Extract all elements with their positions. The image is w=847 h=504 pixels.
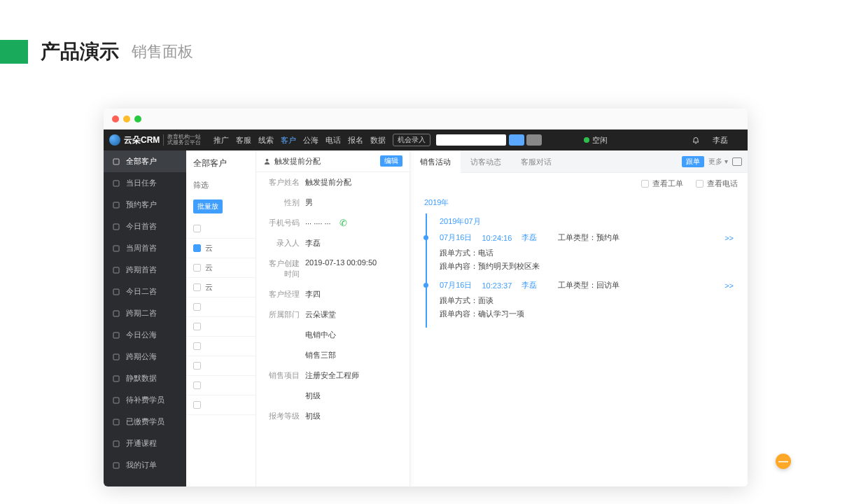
menubar: 云朵CRM 教育机构一站 式服务云平台 推广客服线索客户公海电话报名数据 机会录… [104, 130, 748, 150]
sidebar-item[interactable]: 静默数据 [104, 368, 186, 389]
minimize-dot[interactable] [123, 115, 130, 122]
row-checkbox[interactable] [193, 284, 201, 291]
sidebar-item[interactable]: 当周首咨 [104, 237, 186, 259]
row-checkbox[interactable] [193, 342, 201, 350]
detail-row: 客户创建时间2019-07-13 00:09:50 [256, 253, 410, 284]
sidebar-item[interactable]: 今日公海 [104, 324, 186, 346]
sidebar-label: 跨期首咨 [126, 265, 157, 275]
sidebar-item[interactable]: 预约客户 [104, 194, 186, 216]
sidebar-item[interactable]: 跨期二咨 [104, 302, 186, 324]
fab-minus-button[interactable]: — [776, 454, 791, 469]
filter-label[interactable]: 筛选 [186, 176, 255, 194]
detail-value: 李四 [305, 289, 402, 300]
phone-icon[interactable]: ✆ [340, 218, 347, 228]
person-icon [263, 158, 271, 165]
detail-value: 注册安全工程师 [305, 370, 402, 381]
detail-value: ··· ···· ···✆ [305, 218, 402, 228]
list-row[interactable] [186, 298, 255, 317]
edit-button[interactable]: 编辑 [380, 155, 402, 167]
menu-item[interactable]: 推广 [214, 135, 229, 146]
status-text[interactable]: 空闲 [592, 135, 608, 146]
sidebar-label: 今日公海 [126, 330, 157, 340]
row-checkbox[interactable] [193, 225, 201, 232]
list-row[interactable] [186, 317, 255, 337]
list-row[interactable]: 云 [186, 239, 255, 258]
sidebar-item[interactable]: 今日二咨 [104, 281, 186, 302]
bell-icon[interactable] [692, 136, 700, 144]
sidebar-item[interactable]: 我的订单 [104, 454, 186, 476]
customer-list: 全部客户 筛选 批量放 云云云 [186, 150, 256, 486]
svg-rect-13 [113, 441, 119, 447]
activity-tab[interactable]: 访客动态 [461, 150, 511, 173]
sidebar-item[interactable]: 今日首咨 [104, 216, 186, 237]
detail-row: 销售三部 [256, 345, 410, 365]
list-row[interactable] [186, 396, 255, 415]
sidebar-item[interactable]: 当日任务 [104, 172, 186, 194]
row-checkbox[interactable] [193, 382, 201, 389]
titlebar [104, 108, 748, 130]
sidebar-icon [112, 440, 120, 448]
entry-user: 李磊 [522, 280, 537, 290]
menu-item[interactable]: 报名 [348, 135, 363, 146]
list-row[interactable]: 云 [186, 258, 255, 278]
sidebar-icon [112, 353, 120, 361]
list-row[interactable] [186, 356, 255, 376]
list-row[interactable] [186, 376, 255, 396]
timeline-year: 2019年 [424, 195, 734, 214]
activity-panel: 销售活动访客动态客服对话 跟单 更多 ▾ 查看工单 查看电话 [410, 150, 748, 486]
menu-item[interactable]: 客服 [236, 135, 251, 146]
sidebar-item[interactable]: 跨期首咨 [104, 259, 186, 281]
track-button[interactable]: 跟单 [682, 156, 704, 167]
sidebar-item[interactable]: 开通课程 [104, 433, 186, 454]
detail-panel: 触发提前分配 编辑 客户姓名触发提前分配性别男手机号码··· ···· ···✆… [256, 150, 410, 486]
view-ticket-checkbox[interactable]: 查看工单 [641, 178, 683, 189]
maximize-dot[interactable] [134, 115, 141, 122]
expand-button[interactable]: >> [724, 281, 734, 290]
menu-item[interactable]: 线索 [258, 135, 274, 146]
call-accept-button[interactable] [509, 134, 524, 146]
row-checkbox[interactable] [193, 362, 201, 370]
status-dot [584, 137, 589, 143]
activity-tab[interactable]: 销售活动 [410, 150, 461, 173]
menu-item[interactable]: 客户 [281, 135, 296, 146]
menu-item[interactable]: 公海 [303, 135, 318, 146]
list-row[interactable] [186, 337, 255, 356]
sidebar-item[interactable]: 已缴费学员 [104, 411, 186, 433]
user-name[interactable]: 李磊 [713, 135, 728, 146]
list-row[interactable] [186, 219, 255, 239]
detail-label: 录入人 [263, 238, 305, 248]
row-text: 云 [205, 282, 213, 293]
row-checkbox[interactable] [193, 401, 201, 409]
timeline-entry: 07月16日10:24:16李磊工单类型：预约单>>跟单方式：电话跟单内容：预约… [426, 232, 734, 280]
expand-button[interactable]: >> [724, 234, 734, 242]
menu-item[interactable]: 数据 [370, 135, 386, 146]
app-window: 云朵CRM 教育机构一站 式服务云平台 推广客服线索客户公海电话报名数据 机会录… [104, 108, 748, 486]
detail-label [263, 330, 305, 340]
panel-toggle-icon[interactable] [732, 158, 742, 166]
row-checkbox[interactable] [193, 244, 201, 252]
sidebar-item[interactable]: 待补费学员 [104, 389, 186, 411]
view-call-checkbox[interactable]: 查看电话 [696, 178, 738, 189]
page-title-main: 产品演示 [41, 38, 119, 65]
detail-label: 报考等级 [263, 411, 305, 421]
sidebar-icon [112, 288, 120, 296]
close-dot[interactable] [112, 115, 119, 122]
opportunity-entry-button[interactable]: 机会录入 [393, 134, 430, 146]
search-input[interactable] [436, 134, 506, 146]
accent-block [0, 40, 28, 64]
detail-row: 手机号码··· ···· ···✆ [256, 213, 410, 233]
activity-tab[interactable]: 客服对话 [511, 150, 561, 173]
call-hangup-button[interactable] [526, 134, 542, 146]
sidebar-item[interactable]: 跨期公海 [104, 346, 186, 368]
row-checkbox[interactable] [193, 264, 201, 272]
detail-row: 客户经理李四 [256, 284, 410, 304]
row-checkbox[interactable] [193, 323, 201, 330]
sidebar-item[interactable]: 全部客户 [104, 150, 186, 172]
menu-item[interactable]: 电话 [326, 135, 341, 146]
row-checkbox[interactable] [193, 303, 201, 311]
activity-filters: 查看工单 查看电话 [410, 173, 748, 195]
batch-button[interactable]: 批量放 [193, 200, 223, 214]
svg-rect-7 [113, 311, 119, 316]
more-dropdown[interactable]: 更多 ▾ [708, 157, 728, 167]
list-row[interactable]: 云 [186, 278, 255, 298]
